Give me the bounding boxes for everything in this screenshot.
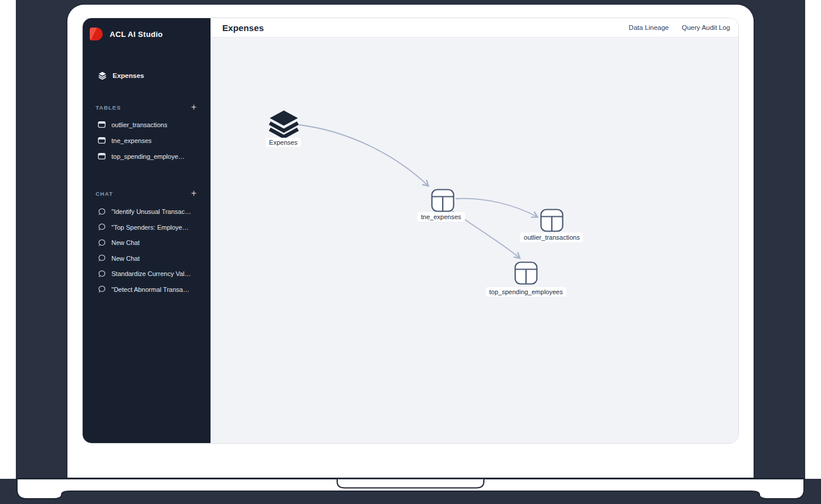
brand-name: ACL AI Studio: [110, 30, 163, 39]
chat-item[interactable]: "Top Spenders: Employe…: [83, 220, 211, 236]
table-icon: [98, 121, 106, 128]
chat-item[interactable]: New Chat: [83, 235, 211, 251]
node-tne-expenses[interactable]: [431, 189, 454, 214]
node-outlier-transactions[interactable]: [540, 209, 564, 234]
chat-item[interactable]: New Chat: [83, 251, 211, 267]
chat-item-label: New Chat: [111, 255, 140, 262]
sidebar: ACL AI Studio Expenses TABLES +: [83, 18, 211, 443]
layers-icon: [98, 71, 107, 80]
chat-section-title: CHAT: [96, 190, 113, 197]
chat-item-label: "Top Spenders: Employe…: [111, 224, 189, 231]
data-lineage-link[interactable]: Data Lineage: [629, 24, 669, 31]
tables-section-title: TABLES: [96, 104, 121, 111]
node-label-tne-expenses: tne_expenses: [418, 212, 465, 222]
chat-item-label: "Detect Abnormal Transa…: [111, 286, 189, 293]
chat-section: CHAT + "Identify Unusual Transac…: [83, 189, 211, 297]
node-expenses[interactable]: [269, 110, 299, 140]
table-item-outlier-transactions[interactable]: outlier_transactions: [83, 117, 211, 132]
laptop-screen: ACL AI Studio Expenses TABLES +: [67, 5, 754, 478]
table-node-icon: [431, 189, 454, 212]
chat-bubble-icon: [98, 285, 106, 293]
table-item-label: top_spending_employe…: [111, 153, 185, 160]
main-area: Expenses Data Lineage Query Audit Log: [211, 18, 738, 443]
page-title: Expenses: [222, 23, 264, 33]
table-node-icon: [514, 261, 538, 285]
table-node-icon: [540, 209, 564, 232]
sidebar-item-label: Expenses: [113, 72, 144, 79]
table-icon: [98, 137, 106, 144]
app-header: Expenses Data Lineage Query Audit Log: [211, 18, 738, 38]
table-item-tne-expenses[interactable]: tne_expenses: [83, 132, 211, 148]
table-item-top-spending-employees[interactable]: top_spending_employe…: [83, 148, 211, 164]
table-item-label: outlier_transactions: [111, 121, 167, 128]
chat-bubble-icon: [98, 239, 106, 247]
laptop-base: [16, 478, 805, 503]
query-audit-log-link[interactable]: Query Audit Log: [682, 24, 730, 31]
node-label-top-spending-employees: top_spending_employees: [486, 287, 566, 297]
sidebar-item-expenses[interactable]: Expenses: [83, 69, 211, 83]
page-background: ACL AI Studio Expenses TABLES +: [0, 0, 821, 504]
tables-section: TABLES + outlier_transactions: [83, 103, 211, 164]
chat-item[interactable]: "Detect Abnormal Transa…: [83, 282, 211, 298]
chat-item-label: New Chat: [111, 239, 140, 246]
chat-item[interactable]: "Identify Unusual Transac…: [83, 204, 211, 220]
lineage-edges: [211, 38, 738, 443]
chat-bubble-icon: [98, 254, 106, 262]
add-table-button[interactable]: +: [191, 103, 196, 111]
brand: ACL AI Studio: [90, 26, 211, 42]
node-label-expenses: Expenses: [266, 138, 301, 147]
app-logo-icon: [90, 28, 103, 40]
dataset-layers-icon: [269, 110, 299, 138]
chat-item[interactable]: Standardize Currency Val…: [83, 266, 211, 282]
chat-item-label: Standardize Currency Val…: [111, 270, 191, 277]
chat-item-label: "Identify Unusual Transac…: [111, 208, 191, 215]
table-icon: [98, 153, 106, 159]
node-top-spending-employees[interactable]: [514, 261, 538, 287]
lineage-canvas[interactable]: Expenses tne_expenses: [211, 38, 738, 443]
table-item-label: tne_expenses: [111, 137, 152, 144]
app-window: ACL AI Studio Expenses TABLES +: [82, 18, 739, 444]
chat-bubble-icon: [98, 270, 106, 278]
node-label-outlier-transactions: outlier_transactions: [520, 233, 583, 242]
add-chat-button[interactable]: +: [191, 189, 196, 197]
chat-bubble-icon: [98, 223, 106, 231]
hinge-notch: [337, 479, 484, 488]
chat-bubble-icon: [98, 208, 106, 216]
